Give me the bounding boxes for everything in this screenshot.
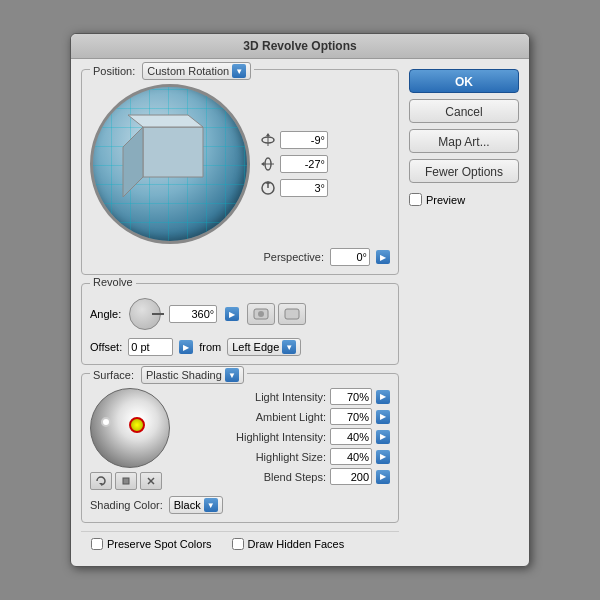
x-rotation-icon (260, 132, 276, 148)
x-rotation-input[interactable] (280, 131, 328, 149)
y-rotation-row (260, 155, 328, 173)
highlight-size-input[interactable] (330, 448, 372, 465)
position-section: Position: Custom Rotation ▼ (81, 69, 399, 275)
ok-button[interactable]: OK (409, 69, 519, 93)
right-panel: OK Cancel Map Art... Fewer Options Previ… (409, 69, 519, 556)
revolve-label: Revolve (90, 276, 136, 288)
surface-section-label: Surface: Plastic Shading ▼ (90, 366, 247, 384)
svg-marker-8 (261, 162, 264, 166)
perspective-label: Perspective: (263, 251, 324, 263)
preview-label: Preview (426, 194, 465, 206)
light-highlight[interactable] (129, 417, 145, 433)
highlight-size-label: Highlight Size: (256, 451, 326, 463)
offset-input[interactable] (128, 338, 173, 356)
preview-row: Preview (409, 193, 519, 206)
offset-label: Offset: (90, 341, 122, 353)
light-sphere-wrap (90, 388, 180, 490)
sphere-controls (90, 472, 180, 490)
x-rotation-row (260, 131, 328, 149)
dial-line (152, 313, 164, 315)
blend-steps-row: Blend Steps: ▶ (190, 468, 390, 485)
shading-color-label: Shading Color: (90, 499, 163, 511)
dialog-title: 3D Revolve Options (243, 39, 356, 53)
position-label: Position: Custom Rotation ▼ (90, 62, 254, 80)
shading-color-dropdown[interactable]: Black ▼ (169, 496, 223, 514)
ambient-light-row: Ambient Light: ▶ (190, 408, 390, 425)
light-intensity-input[interactable] (330, 388, 372, 405)
position-dropdown[interactable]: Custom Rotation ▼ (142, 62, 251, 80)
rotation-inputs (260, 131, 328, 197)
sphere-outer[interactable] (90, 84, 250, 244)
cap-button-2[interactable] (278, 303, 306, 325)
blend-steps-label: Blend Steps: (264, 471, 326, 483)
ambient-light-label: Ambient Light: (256, 411, 326, 423)
blend-steps-input[interactable] (330, 468, 372, 485)
svg-point-13 (258, 311, 264, 317)
perspective-input[interactable] (330, 248, 370, 266)
offset-arrow[interactable]: ▶ (179, 340, 193, 354)
angle-dial[interactable] (129, 298, 161, 330)
surface-content: Light Intensity: ▶ Ambient Light: ▶ High… (90, 388, 390, 490)
sphere-wrap (90, 84, 250, 244)
revolve-row1: Angle: ▶ (90, 298, 390, 330)
svg-rect-14 (285, 309, 299, 319)
highlight-intensity-label: Highlight Intensity: (236, 431, 326, 443)
light-sphere[interactable] (90, 388, 170, 468)
left-panel: Position: Custom Rotation ▼ (81, 69, 399, 556)
svg-marker-2 (128, 115, 203, 127)
dialog-3d-revolve: 3D Revolve Options Position: Custom Rota… (70, 33, 530, 567)
svg-rect-16 (123, 478, 129, 484)
perspective-row: Perspective: ▶ (90, 248, 390, 266)
title-bar: 3D Revolve Options (71, 34, 529, 59)
perspective-arrow[interactable]: ▶ (376, 250, 390, 264)
surface-dropdown-arrow: ▼ (225, 368, 239, 382)
z-rotation-row (260, 179, 328, 197)
cap-button-1[interactable] (247, 303, 275, 325)
preserve-spot-colors-wrap: Preserve Spot Colors (91, 538, 212, 550)
preserve-spot-colors-label: Preserve Spot Colors (107, 538, 212, 550)
light-params: Light Intensity: ▶ Ambient Light: ▶ High… (190, 388, 390, 490)
sphere-container (90, 84, 390, 244)
ambient-light-input[interactable] (330, 408, 372, 425)
from-dropdown[interactable]: Left Edge ▼ (227, 338, 301, 356)
highlight-intensity-input[interactable] (330, 428, 372, 445)
preview-checkbox[interactable] (409, 193, 422, 206)
cancel-button[interactable]: Cancel (409, 99, 519, 123)
z-rotation-input[interactable] (280, 179, 328, 197)
angle-input[interactable] (169, 305, 217, 323)
sphere-ctrl-delete[interactable] (140, 472, 162, 490)
draw-hidden-faces-checkbox[interactable] (232, 538, 244, 550)
light-intensity-row: Light Intensity: ▶ (190, 388, 390, 405)
revolve-section: Revolve Angle: ▶ (81, 283, 399, 365)
draw-hidden-faces-wrap: Draw Hidden Faces (232, 538, 345, 550)
shading-color-row: Shading Color: Black ▼ (90, 496, 390, 514)
highlight-size-arrow[interactable]: ▶ (376, 450, 390, 464)
highlight-intensity-row: Highlight Intensity: ▶ (190, 428, 390, 445)
fewer-options-button[interactable]: Fewer Options (409, 159, 519, 183)
from-label: from (199, 341, 221, 353)
ambient-light-arrow[interactable]: ▶ (376, 410, 390, 424)
surface-section: Surface: Plastic Shading ▼ (81, 373, 399, 523)
light-intensity-label: Light Intensity: (255, 391, 326, 403)
cap-buttons (247, 303, 306, 325)
y-rotation-icon (260, 156, 276, 172)
angle-arrow[interactable]: ▶ (225, 307, 239, 321)
highlight-size-row: Highlight Size: ▶ (190, 448, 390, 465)
highlight-intensity-arrow[interactable]: ▶ (376, 430, 390, 444)
shading-dropdown-arrow: ▼ (204, 498, 218, 512)
blend-steps-arrow[interactable]: ▶ (376, 470, 390, 484)
sphere-ctrl-rotate[interactable] (90, 472, 112, 490)
y-rotation-input[interactable] (280, 155, 328, 173)
svg-marker-5 (266, 133, 270, 136)
bottom-row: Preserve Spot Colors Draw Hidden Faces (81, 531, 399, 556)
surface-dropdown[interactable]: Plastic Shading ▼ (141, 366, 244, 384)
light-intensity-arrow[interactable]: ▶ (376, 390, 390, 404)
revolve-row2: Offset: ▶ from Left Edge ▼ (90, 338, 390, 356)
map-art-button[interactable]: Map Art... (409, 129, 519, 153)
angle-text-label: Angle: (90, 308, 121, 320)
cube-svg (113, 107, 233, 227)
svg-marker-0 (143, 127, 203, 177)
sphere-ctrl-move[interactable] (115, 472, 137, 490)
preserve-spot-colors-checkbox[interactable] (91, 538, 103, 550)
light-dot[interactable] (101, 417, 111, 427)
